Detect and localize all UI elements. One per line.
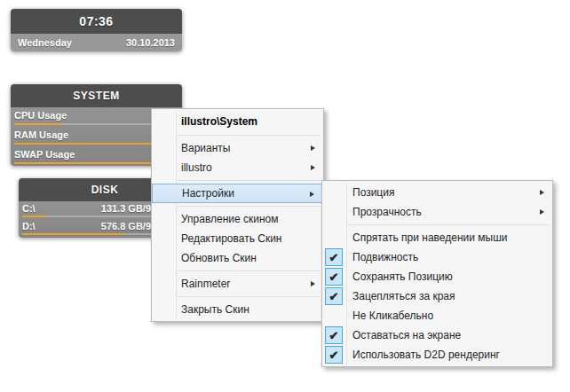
menu-item-label: Управление скином	[181, 213, 279, 225]
ram-usage-bar	[14, 143, 162, 145]
menu-separator	[177, 270, 321, 271]
menu-item-rainmeter[interactable]: Rainmeter	[152, 274, 323, 294]
menu-item-label: Закрыть Скин	[181, 303, 249, 316]
submenu-arrow-icon	[310, 192, 314, 197]
menu-item-manage-skin[interactable]: Управление скином	[152, 209, 323, 229]
submenu-item-transparency[interactable]: Прозрачность	[322, 202, 552, 222]
menu-item-variants[interactable]: Варианты	[152, 138, 323, 158]
submenu-arrow-icon	[311, 281, 315, 286]
disk-c-bar	[22, 216, 45, 217]
menu-item-refresh-skin[interactable]: Обновить Скин	[152, 248, 323, 268]
menu-item-label: Позиция	[352, 186, 394, 199]
menu-item-label: Подвижность	[352, 251, 418, 263]
menu-item-label: Зацепляться за края	[352, 290, 455, 302]
clock-widget[interactable]: 07:36 Wednesday 30.10.2013	[11, 9, 182, 51]
cpu-usage-bar	[14, 123, 62, 125]
checkmark-icon	[325, 248, 343, 266]
system-title: SYSTEM	[11, 84, 182, 107]
menu-item-label: Rainmeter	[181, 278, 230, 290]
clock-date-row: Wednesday 30.10.2013	[11, 34, 182, 51]
settings-submenu: Позиция Прозрачность Спрятать при наведе…	[321, 180, 553, 367]
submenu-arrow-icon	[540, 209, 544, 215]
submenu-item-draggable[interactable]: Подвижность	[322, 247, 552, 267]
menu-item-label: illustro	[181, 161, 212, 174]
menu-separator	[177, 296, 321, 297]
menu-item-label: Варианты	[181, 142, 230, 154]
submenu-arrow-icon	[311, 165, 315, 170]
submenu-item-position[interactable]: Позиция	[322, 183, 552, 202]
menu-item-label: Прозрачность	[352, 206, 422, 218]
swap-usage-bar	[14, 162, 167, 164]
menu-item-label: Использовать D2D рендеринг	[352, 349, 500, 361]
context-menu: illustro\System Варианты illustro Настро…	[151, 108, 324, 322]
submenu-arrow-icon	[311, 145, 315, 151]
context-menu-header: illustro\System	[152, 111, 323, 132]
menu-item-label: Редактировать Скин	[181, 232, 281, 245]
menu-item-label: Настройки	[182, 187, 234, 200]
submenu-item-keep-on-screen[interactable]: Оставаться на экране	[322, 325, 552, 345]
menu-item-label: Спрятать при наведении мыши	[352, 231, 507, 244]
submenu-item-save-position[interactable]: Сохранять Позицию	[322, 267, 552, 286]
menu-item-close-skin[interactable]: Закрыть Скин	[152, 300, 323, 319]
clock-weekday: Wednesday	[18, 37, 72, 48]
submenu-item-snap-to-edges[interactable]: Зацепляться за края	[322, 286, 552, 306]
menu-separator	[177, 180, 321, 181]
submenu-arrow-icon	[540, 190, 544, 195]
clock-time: 07:36	[11, 9, 182, 34]
disk-d-label: D:\	[22, 220, 36, 238]
submenu-item-use-d2d-rendering[interactable]: Использовать D2D рендеринг	[322, 345, 552, 365]
submenu-item-click-through[interactable]: Не Кликабельно	[322, 306, 552, 325]
menu-item-label: Обновить Скин	[181, 252, 257, 264]
menu-separator	[347, 224, 550, 225]
desktop: 07:36 Wednesday 30.10.2013 SYSTEM CPU Us…	[0, 0, 570, 392]
menu-item-edit-skin[interactable]: Редактировать Скин	[152, 229, 323, 248]
menu-item-settings[interactable]: Настройки	[152, 184, 323, 203]
menu-item-label: Сохранять Позицию	[352, 270, 453, 283]
menu-item-label: Не Кликабельно	[352, 310, 433, 322]
menu-separator	[177, 206, 321, 207]
checkmark-icon	[325, 326, 343, 344]
disk-d-bar	[22, 233, 124, 235]
clock-date: 30.10.2013	[126, 37, 175, 48]
disk-c-label: C:\	[22, 202, 36, 220]
menu-item-label: Оставаться на экране	[352, 329, 461, 341]
checkmark-icon	[325, 268, 343, 286]
menu-item-illustro[interactable]: illustro	[152, 158, 323, 177]
menu-separator	[177, 135, 321, 136]
checkmark-icon	[325, 287, 343, 305]
checkmark-icon	[325, 346, 343, 364]
submenu-item-hide-on-mouse-over[interactable]: Спрятать при наведении мыши	[322, 228, 552, 247]
